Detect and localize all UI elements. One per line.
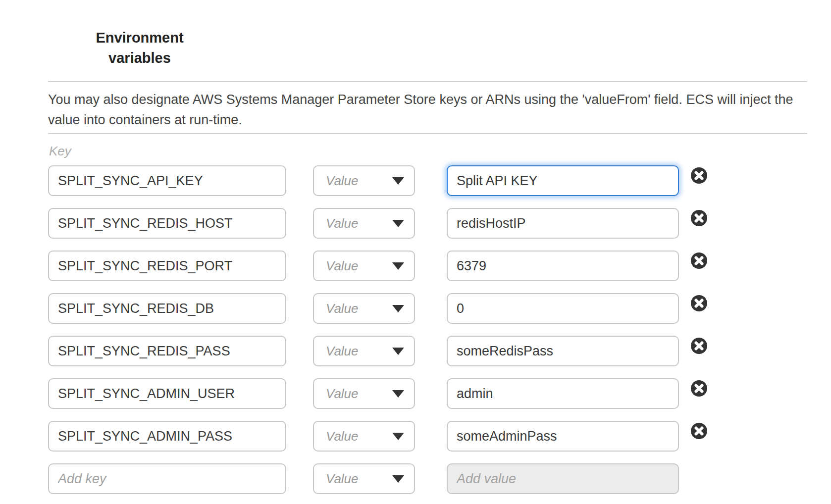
env-value-input[interactable] — [447, 165, 679, 196]
env-var-row-1: Value — [48, 165, 707, 196]
value-type-dropdown[interactable]: Value — [313, 165, 415, 196]
remove-row-button[interactable] — [691, 210, 707, 226]
caret-down-icon — [392, 390, 404, 398]
env-var-row-5: Value — [48, 336, 707, 366]
caret-down-icon — [392, 262, 404, 270]
caret-down-icon — [392, 433, 404, 440]
env-value-input[interactable] — [447, 293, 679, 324]
value-type-selected: Value — [326, 258, 392, 274]
value-type-selected: Value — [326, 216, 392, 231]
value-type-selected: Value — [326, 471, 392, 487]
value-type-dropdown[interactable]: Value — [313, 463, 415, 494]
env-key-input[interactable] — [48, 336, 286, 366]
env-key-input[interactable] — [48, 251, 286, 281]
value-type-dropdown[interactable]: Value — [313, 293, 415, 324]
value-type-selected: Value — [326, 301, 392, 316]
value-type-selected: Value — [326, 173, 392, 189]
value-type-selected: Value — [326, 344, 392, 359]
add-key-input[interactable] — [48, 463, 286, 494]
environment-variables-section: Environment variables You may also desig… — [0, 0, 831, 504]
env-value-input[interactable] — [447, 251, 679, 281]
env-key-input[interactable] — [48, 293, 286, 324]
x-circle-icon — [691, 252, 707, 269]
remove-row-button[interactable] — [691, 295, 707, 311]
env-value-input[interactable] — [447, 378, 679, 409]
remove-row-button[interactable] — [691, 380, 707, 397]
env-key-input[interactable] — [48, 421, 286, 452]
x-circle-icon — [691, 295, 707, 311]
caret-down-icon — [392, 220, 404, 227]
caret-down-icon — [392, 177, 404, 185]
x-circle-icon — [691, 423, 707, 439]
env-value-input[interactable] — [447, 208, 679, 239]
value-type-selected: Value — [326, 429, 392, 444]
env-var-add-row: Value — [48, 463, 707, 494]
env-key-input[interactable] — [48, 378, 286, 409]
caret-down-icon — [392, 305, 404, 312]
remove-row-button[interactable] — [691, 167, 707, 184]
add-value-input[interactable] — [447, 463, 679, 494]
value-type-dropdown[interactable]: Value — [313, 251, 415, 281]
caret-down-icon — [392, 348, 404, 355]
caret-down-icon — [392, 475, 404, 483]
env-var-row-4: Value — [48, 293, 707, 324]
divider-top — [48, 81, 807, 82]
key-column-header: Key — [49, 144, 71, 159]
env-var-rows: Value Value Value — [48, 165, 707, 504]
env-var-row-3: Value — [48, 251, 707, 281]
remove-row-button[interactable] — [691, 252, 707, 269]
env-var-row-7: Value — [48, 421, 707, 452]
x-circle-icon — [691, 167, 707, 184]
remove-row-button[interactable] — [691, 338, 707, 354]
x-circle-icon — [691, 210, 707, 226]
env-var-row-2: Value — [48, 208, 707, 239]
value-type-dropdown[interactable]: Value — [313, 336, 415, 366]
value-type-dropdown[interactable]: Value — [313, 421, 415, 452]
env-value-input[interactable] — [447, 421, 679, 452]
section-description: You may also designate AWS Systems Manag… — [48, 90, 807, 130]
divider-bottom — [48, 133, 807, 134]
section-title: Environment variables — [85, 28, 194, 68]
env-var-row-6: Value — [48, 378, 707, 409]
value-type-selected: Value — [326, 386, 392, 402]
env-key-input[interactable] — [48, 208, 286, 239]
env-key-input[interactable] — [48, 165, 286, 196]
remove-row-button[interactable] — [691, 423, 707, 439]
x-circle-icon — [691, 380, 707, 397]
x-circle-icon — [691, 338, 707, 354]
value-type-dropdown[interactable]: Value — [313, 378, 415, 409]
env-value-input[interactable] — [447, 336, 679, 366]
value-type-dropdown[interactable]: Value — [313, 208, 415, 239]
